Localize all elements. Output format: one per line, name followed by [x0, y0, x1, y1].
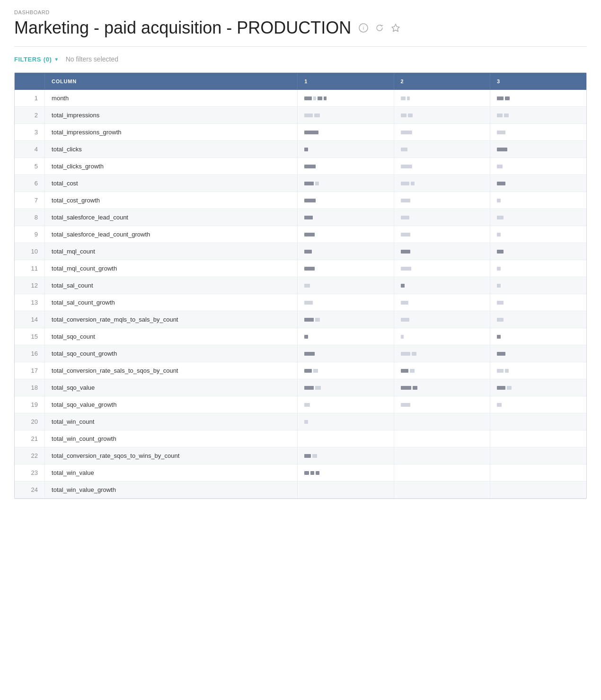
col-header-2[interactable]: 2 [394, 73, 490, 90]
row-column-name[interactable]: total_conversion_rate_sqos_to_wins_by_co… [45, 447, 298, 464]
cell-value [298, 209, 394, 226]
col-header-1[interactable]: 1 [298, 73, 394, 90]
cell-value [298, 107, 394, 124]
cell-value [490, 328, 586, 345]
row-number: 20 [15, 413, 45, 430]
cell-value [394, 379, 490, 396]
row-number: 18 [15, 379, 45, 396]
row-number: 11 [15, 260, 45, 277]
cell-value [394, 277, 490, 294]
cell-value [490, 107, 586, 124]
row-column-name[interactable]: month [45, 90, 298, 107]
row-number: 6 [15, 175, 45, 192]
row-column-name[interactable]: total_sal_count [45, 277, 298, 294]
row-number: 10 [15, 243, 45, 260]
filters-bar: FILTERS (0) ▼ No filters selected [14, 55, 587, 63]
row-number: 5 [15, 158, 45, 175]
cell-value [490, 396, 586, 413]
title-icons: i [358, 22, 401, 34]
row-column-name[interactable]: total_win_value_growth [45, 481, 298, 499]
table-row: 5total_clicks_growth [15, 158, 586, 175]
row-number: 16 [15, 345, 45, 362]
cell-value [298, 90, 394, 107]
cell-value [394, 90, 490, 107]
cell-value [490, 362, 586, 379]
cell-value [490, 447, 586, 464]
cell-value [298, 464, 394, 481]
row-column-name[interactable]: total_sqo_value_growth [45, 396, 298, 413]
cell-value [490, 175, 586, 192]
cell-value [394, 481, 490, 499]
star-icon[interactable] [390, 22, 401, 34]
table-row: 6total_cost [15, 175, 586, 192]
table-row: 3total_impressions_growth [15, 124, 586, 141]
cell-value [394, 260, 490, 277]
cell-value [490, 260, 586, 277]
row-column-name[interactable]: total_mql_count [45, 243, 298, 260]
cell-value [394, 430, 490, 447]
row-number: 1 [15, 90, 45, 107]
cell-value [298, 447, 394, 464]
row-number: 13 [15, 294, 45, 311]
page-container: DASHBOARD Marketing - paid acquisition -… [0, 0, 601, 700]
row-column-name[interactable]: total_salesforce_lead_count [45, 209, 298, 226]
row-column-name[interactable]: total_conversion_rate_sals_to_sqos_by_co… [45, 362, 298, 379]
no-filters-text: No filters selected [66, 55, 118, 63]
row-number: 24 [15, 481, 45, 499]
row-number: 4 [15, 141, 45, 158]
row-number: 21 [15, 430, 45, 447]
info-icon[interactable]: i [358, 22, 369, 34]
cell-value [298, 175, 394, 192]
row-column-name[interactable]: total_conversion_rate_mqls_to_sals_by_co… [45, 311, 298, 328]
row-column-name[interactable]: total_sqo_count_growth [45, 345, 298, 362]
table-row: 21total_win_count_growth [15, 430, 586, 447]
cell-value [490, 141, 586, 158]
row-number: 23 [15, 464, 45, 481]
col-header-column[interactable]: COLUMN [45, 73, 298, 90]
row-column-name[interactable]: total_clicks [45, 141, 298, 158]
row-column-name[interactable]: total_win_count [45, 413, 298, 430]
table-row: 23total_win_value [15, 464, 586, 481]
col-header-num [15, 73, 45, 90]
filters-button[interactable]: FILTERS (0) ▼ [14, 56, 59, 63]
row-number: 22 [15, 447, 45, 464]
row-column-name[interactable]: total_salesforce_lead_count_growth [45, 226, 298, 243]
table-row: 4total_clicks [15, 141, 586, 158]
row-column-name[interactable]: total_clicks_growth [45, 158, 298, 175]
cell-value [490, 345, 586, 362]
row-number: 7 [15, 192, 45, 209]
cell-value [394, 464, 490, 481]
row-column-name[interactable]: total_sqo_count [45, 328, 298, 345]
table-row: 10total_mql_count [15, 243, 586, 260]
filters-count: (0) [44, 56, 52, 63]
table-row: 20total_win_count [15, 413, 586, 430]
row-column-name[interactable]: total_mql_count_growth [45, 260, 298, 277]
row-column-name[interactable]: total_cost [45, 175, 298, 192]
table-header-row: COLUMN 1 2 3 [15, 73, 586, 90]
cell-value [394, 362, 490, 379]
cell-value [298, 311, 394, 328]
chevron-down-icon: ▼ [54, 57, 59, 62]
breadcrumb: DASHBOARD [14, 9, 587, 15]
cell-value [298, 192, 394, 209]
cell-value [298, 260, 394, 277]
cell-value [298, 396, 394, 413]
row-column-name[interactable]: total_sal_count_growth [45, 294, 298, 311]
row-column-name[interactable]: total_win_value [45, 464, 298, 481]
row-column-name[interactable]: total_impressions [45, 107, 298, 124]
row-column-name[interactable]: total_cost_growth [45, 192, 298, 209]
table-row: 22total_conversion_rate_sqos_to_wins_by_… [15, 447, 586, 464]
header-divider [14, 46, 587, 47]
row-number: 14 [15, 311, 45, 328]
row-column-name[interactable]: total_sqo_value [45, 379, 298, 396]
row-number: 15 [15, 328, 45, 345]
refresh-icon[interactable] [374, 22, 385, 34]
row-column-name[interactable]: total_impressions_growth [45, 124, 298, 141]
table-row: 14total_conversion_rate_mqls_to_sals_by_… [15, 311, 586, 328]
data-table: COLUMN 1 2 3 1month2total_impressions3to… [15, 73, 586, 499]
cell-value [490, 311, 586, 328]
row-column-name[interactable]: total_win_count_growth [45, 430, 298, 447]
row-number: 2 [15, 107, 45, 124]
col-header-3[interactable]: 3 [490, 73, 586, 90]
row-number: 17 [15, 362, 45, 379]
